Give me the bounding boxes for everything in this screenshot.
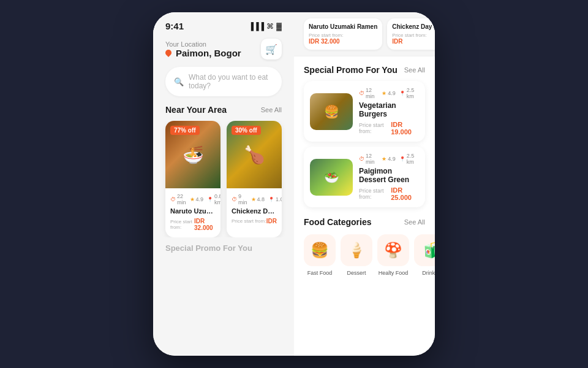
chicken-price-label: Price start from: — [232, 218, 266, 224]
cart-icon: 🛒 — [265, 44, 277, 55]
categories-see-all[interactable]: See All — [404, 218, 425, 226]
promo-dessert-price: IDR 25.000 — [391, 186, 419, 201]
near-area-header: Near Your Area See All — [153, 105, 294, 121]
promo-dessert-price-label: Price start from: — [359, 188, 391, 200]
partial-ramen-card[interactable]: Naruto Uzumaki Ramen Price start from: I… — [304, 18, 382, 50]
dessert-label: Dessert — [347, 270, 366, 276]
ramen-price-value: IDR 32.000 — [194, 218, 216, 231]
ramen-price-label: Price start from: — [170, 219, 194, 230]
drinks-label: Drinks — [422, 270, 435, 276]
pin-icon — [164, 48, 173, 57]
battery-icon: ▓ — [276, 22, 282, 31]
promo-burger-price-row: Price start from: IDR 19.000 — [359, 121, 419, 136]
phone-mockup: 9:41 ▐▐▐ ⌘ ▓ Your Location Paimon, Bogor… — [153, 12, 435, 356]
location-label: Your Location — [165, 40, 241, 48]
location-icon: 📍 — [207, 197, 213, 202]
ramen-card-image: 🍜 77% off — [165, 121, 221, 188]
dessert-time-meta: ⏱ 12 min — [359, 153, 378, 165]
dessert-img-placeholder: 🥗 — [310, 159, 353, 196]
partial-chicken-card[interactable]: Chickenz Day Rest Price start from: IDR — [387, 18, 435, 50]
partial-chicken-price: IDR — [392, 38, 435, 45]
status-time: 9:41 — [165, 21, 184, 31]
status-bar: 9:41 ▐▐▐ ⌘ ▓ — [153, 12, 294, 36]
star-icon: ★ — [190, 196, 195, 202]
promo-burger-price: IDR 19.000 — [391, 121, 419, 136]
location-row: Your Location Paimon, Bogor 🛒 — [165, 39, 282, 59]
star-icon-2: ★ — [251, 196, 256, 202]
category-drinks[interactable]: 🧃 Drinks — [414, 234, 435, 276]
promo-burger-name: Vegetarian Burgers — [359, 101, 419, 118]
category-dessert[interactable]: 🍦 Dessert — [341, 234, 372, 276]
promo-dessert-card[interactable]: 🥗 ⏱ 12 min ★ 4.9 📍 2 — [304, 147, 425, 207]
chicken-card-image: 🍗 30% off — [227, 121, 282, 188]
ramen-card-name: Naruto Uzumaki Ramen — [170, 207, 216, 215]
right-panel: Naruto Uzumaki Ramen Price start from: I… — [294, 12, 435, 356]
ramen-discount-badge: 77% off — [170, 126, 200, 135]
dessert-icon-wrap: 🍦 — [341, 234, 372, 266]
clock-icon-2: ⏱ — [232, 196, 237, 202]
ramen-distance: 📍 0.8 km — [207, 193, 221, 205]
near-area-cards: 🍜 77% off ⏱ 22 min ★ 4.9 — [153, 121, 294, 237]
status-icons: ▐▐▐ ⌘ ▓ — [249, 22, 282, 31]
header: Your Location Paimon, Bogor 🛒 — [153, 36, 294, 67]
chicken-card[interactable]: 🍗 30% off ⏱ 9 min ★ 4.8 � — [227, 121, 282, 237]
special-promo-title: Special Promo For You — [304, 65, 398, 75]
promo-burger-card[interactable]: 🍔 ⏱ 12 min ★ 4.9 📍 2 — [304, 81, 425, 142]
fast-food-label: Fast Food — [307, 270, 333, 276]
promo-burger-details: ⏱ 12 min ★ 4.9 📍 2.5 km Vegetarian Burge… — [359, 87, 419, 136]
burger-distance-meta: 📍 2.5 km — [399, 87, 419, 99]
near-area-see-all[interactable]: See All — [261, 106, 282, 113]
ramen-card-meta: ⏱ 22 min ★ 4.9 📍 0.8 km — [170, 193, 216, 205]
promo-burger-price-label: Price start from: — [359, 122, 391, 134]
dessert-icon: 🍦 — [347, 242, 366, 259]
fast-food-icon-wrap: 🍔 — [304, 234, 336, 266]
healty-food-icon-wrap: 🍄 — [377, 234, 409, 266]
promo-burger-meta: ⏱ 12 min ★ 4.9 📍 2.5 km — [359, 87, 419, 99]
drinks-icon-wrap: 🧃 — [414, 234, 435, 266]
left-panel: 9:41 ▐▐▐ ⌘ ▓ Your Location Paimon, Bogor… — [153, 12, 294, 356]
wifi-icon: ⌘ — [266, 22, 274, 31]
location-icon-4: 📍 — [399, 156, 405, 162]
clock-icon: ⏱ — [170, 196, 176, 202]
search-bar[interactable]: 🔍 What do you want to eat today? — [165, 67, 282, 96]
promo-dessert-image: 🥗 — [310, 159, 353, 196]
categories-row: 🍔 Fast Food 🍦 Dessert 🍄 Healty Food — [304, 234, 425, 276]
category-fast-food[interactable]: 🍔 Fast Food — [304, 234, 336, 276]
star-icon-3: ★ — [382, 90, 386, 96]
partial-ramen-price: IDR 32.000 — [309, 38, 377, 45]
star-icon-4: ★ — [382, 156, 386, 162]
burger-time-meta: ⏱ 12 min — [359, 87, 378, 99]
top-partial-cards: Naruto Uzumaki Ramen Price start from: I… — [294, 12, 435, 56]
promo-burger-image: 🍔 — [310, 93, 353, 130]
near-area-title: Near Your Area — [165, 105, 227, 115]
healty-food-icon: 🍄 — [384, 242, 402, 259]
special-promo-section: Special Promo For You See All 🍔 ⏱ 12 min — [294, 56, 435, 217]
special-promo-see-all[interactable]: See All — [404, 66, 425, 74]
ramen-card[interactable]: 🍜 77% off ⏱ 22 min ★ 4.9 — [165, 121, 221, 237]
chicken-distance: 📍 1.0 — [268, 196, 282, 202]
food-categories-section: Food Categories See All 🍔 Fast Food 🍦 De… — [294, 217, 435, 283]
chicken-discount-badge: 30% off — [232, 126, 261, 135]
special-promo-hint: Special Promo For You — [153, 237, 294, 253]
categories-title: Food Categories — [304, 217, 371, 227]
categories-header: Food Categories See All — [304, 217, 425, 227]
dessert-rating-meta: ★ 4.9 — [382, 153, 396, 165]
fast-food-icon: 🍔 — [311, 242, 329, 259]
ramen-price-row: Price start from: IDR 32.000 — [170, 218, 216, 231]
location-icon-3: 📍 — [399, 91, 405, 96]
chicken-card-name: Chickenz Day Rest — [232, 207, 277, 215]
partial-ramen-name: Naruto Uzumaki Ramen — [309, 23, 377, 30]
ramen-time: ⏱ 22 min — [170, 193, 186, 205]
promo-dessert-name: Paigimon Dessert Green — [359, 167, 419, 184]
location-icon-2: 📍 — [268, 197, 274, 202]
burger-rating-meta: ★ 4.9 — [382, 87, 396, 99]
promo-dessert-price-row: Price start from: IDR 25.000 — [359, 186, 419, 201]
partial-ramen-price-label: Price start from: — [309, 33, 377, 38]
burger-img-placeholder: 🍔 — [310, 93, 353, 130]
cart-button[interactable]: 🛒 — [261, 39, 282, 59]
category-healty-food[interactable]: 🍄 Healty Food — [377, 234, 409, 276]
chicken-price-row: Price start from: IDR — [232, 218, 277, 224]
chicken-card-meta: ⏱ 9 min ★ 4.8 📍 1.0 — [232, 193, 277, 205]
clock-icon-3: ⏱ — [359, 90, 364, 96]
drinks-icon: 🧃 — [421, 242, 435, 259]
